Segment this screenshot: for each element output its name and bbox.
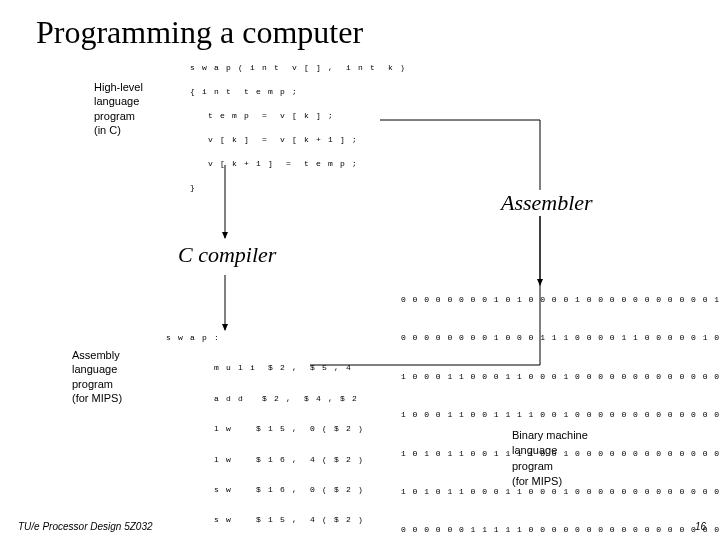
- footer-source: TU/e Processor Design 5Z032: [18, 521, 153, 532]
- label-assembler: Assembler: [495, 190, 599, 216]
- code-binary: 0 0 0 0 0 0 0 0 1 0 1 0 0 0 0 1 0 0 0 0 …: [401, 290, 720, 539]
- label-ccompiler: C compiler: [172, 242, 282, 268]
- code-assembly: s w a p : m u l i $ 2 , $ 5 , 4 a d d $ …: [166, 330, 364, 540]
- code-c: s w a p ( i n t v [ ] , i n t k ) { i n …: [190, 62, 406, 194]
- label-binary-machine: Binary machinelanguageprogram(for MIPS): [512, 428, 588, 490]
- page-number: 16: [695, 521, 706, 532]
- label-assembly: Assemblylanguageprogram(for MIPS): [72, 348, 122, 405]
- label-highlevel: High-levellanguageprogram(in C): [94, 80, 143, 137]
- page-title: Programming a computer: [36, 14, 363, 51]
